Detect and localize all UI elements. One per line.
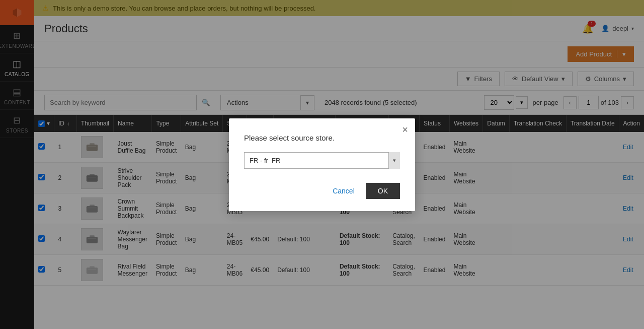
modal-overlay[interactable]: × Please select source store. FR - fr_FR…	[0, 0, 644, 329]
modal-cancel-button[interactable]: Cancel	[328, 184, 360, 198]
modal-close-button[interactable]: ×	[402, 124, 408, 135]
modal-select-wrap: FR - fr_FR EN - en_US DE - de_DE ▾	[244, 152, 400, 169]
source-store-modal: × Please select source store. FR - fr_FR…	[229, 118, 415, 211]
modal-title: Please select source store.	[244, 134, 400, 142]
store-select[interactable]: FR - fr_FR EN - en_US DE - de_DE	[244, 152, 400, 169]
modal-ok-button[interactable]: OK	[366, 183, 400, 199]
modal-actions: Cancel OK	[244, 183, 400, 199]
